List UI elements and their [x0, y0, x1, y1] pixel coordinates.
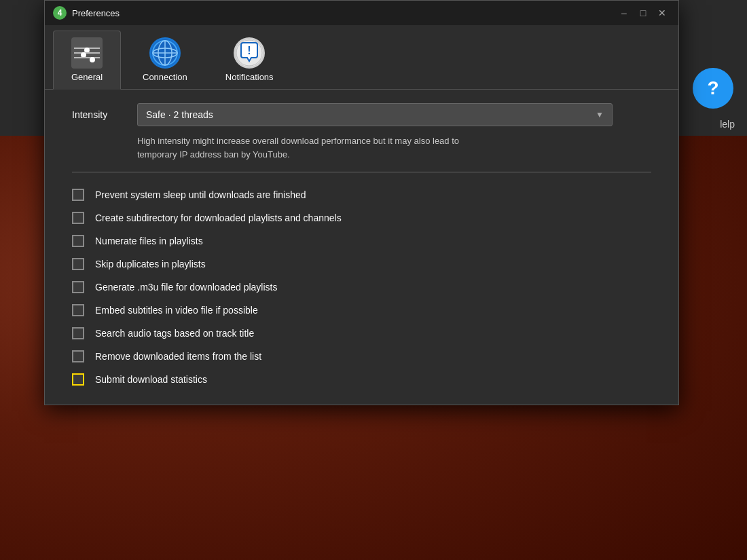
title-bar-controls: – □ ✕: [616, 5, 670, 21]
dialog-title: Preferences: [72, 8, 120, 18]
close-button[interactable]: ✕: [654, 5, 670, 21]
intensity-row: Intensity Safe · 2 threads ▼: [72, 103, 651, 126]
title-bar-left: 4 Preferences: [53, 6, 120, 20]
checkbox-remove-items[interactable]: [72, 350, 84, 362]
checkbox-item-subtitles: Embed subtitles in video file if possibl…: [72, 299, 651, 322]
app-icon: 4: [53, 6, 67, 20]
general-tab-icon: [71, 37, 103, 69]
checkboxes-container: Prevent system sleep until downloads are…: [72, 183, 651, 391]
minimize-button[interactable]: –: [616, 5, 632, 21]
tab-connection[interactable]: Connection: [126, 31, 204, 89]
checkbox-item-skip-duplicates: Skip duplicates in playlists: [72, 253, 651, 276]
checkbox-item-remove-items: Remove downloaded items from the list: [72, 345, 651, 368]
checkbox-item-audio-tags: Search audio tags based on track title: [72, 322, 651, 345]
checkbox-label-sleep: Prevent system sleep until downloads are…: [95, 189, 306, 200]
checkbox-item-m3u: Generate .m3u file for downloaded playli…: [72, 276, 651, 299]
checkbox-statistics[interactable]: [72, 373, 84, 386]
content-area: Intensity Safe · 2 threads ▼ High intens…: [45, 90, 678, 405]
checkbox-m3u[interactable]: [72, 281, 84, 293]
checkbox-label-m3u: Generate .m3u file for downloaded playli…: [95, 282, 277, 293]
maximize-button[interactable]: □: [635, 5, 651, 21]
general-tab-label: General: [71, 72, 103, 82]
checkbox-item-sleep: Prevent system sleep until downloads are…: [72, 183, 651, 206]
intensity-label: Intensity: [72, 109, 126, 120]
checkbox-label-skip-duplicates: Skip duplicates in playlists: [95, 259, 206, 269]
tab-notifications[interactable]: ! Notifications: [209, 31, 290, 89]
intensity-description: High intensity might increase overall do…: [137, 134, 651, 161]
checkbox-item-subdirectory: Create subdirectory for downloaded playl…: [72, 206, 651, 229]
title-bar: 4 Preferences – □ ✕: [45, 1, 678, 25]
notifications-tab-label: Notifications: [225, 72, 274, 82]
section-divider: [72, 172, 651, 172]
checkbox-audio-tags[interactable]: [72, 327, 84, 339]
tab-bar: General Connection: [45, 25, 678, 90]
intensity-value: Safe · 2 threads: [146, 109, 213, 120]
connection-tab-label: Connection: [143, 72, 187, 82]
dropdown-arrow-icon: ▼: [596, 110, 604, 119]
svg-text:!: !: [248, 45, 251, 56]
preferences-dialog: 4 Preferences – □ ✕: [44, 0, 679, 405]
checkbox-subdirectory[interactable]: [72, 212, 84, 224]
tab-general[interactable]: General: [53, 31, 121, 90]
checkbox-label-audio-tags: Search audio tags based on track title: [95, 328, 254, 339]
checkbox-label-numerate: Numerate files in playlists: [95, 236, 203, 246]
checkbox-label-subtitles: Embed subtitles in video file if possibl…: [95, 305, 258, 316]
connection-tab-icon: [149, 37, 181, 69]
notifications-tab-icon: !: [233, 37, 266, 69]
checkbox-label-subdirectory: Create subdirectory for downloaded playl…: [95, 212, 342, 223]
checkbox-sleep[interactable]: [72, 189, 84, 201]
checkbox-subtitles[interactable]: [72, 304, 84, 316]
checkbox-label-statistics: Submit download statistics: [95, 374, 207, 385]
checkbox-skip-duplicates[interactable]: [72, 258, 84, 270]
checkbox-label-remove-items: Remove downloaded items from the list: [95, 351, 261, 362]
checkbox-numerate[interactable]: [72, 235, 84, 247]
checkbox-item-numerate: Numerate files in playlists: [72, 229, 651, 253]
bg-help-label: lelp: [720, 119, 735, 130]
intensity-dropdown[interactable]: Safe · 2 threads ▼: [137, 103, 613, 126]
checkbox-item-statistics: Submit download statistics: [72, 368, 651, 391]
bg-help-circle: ?: [693, 68, 733, 109]
